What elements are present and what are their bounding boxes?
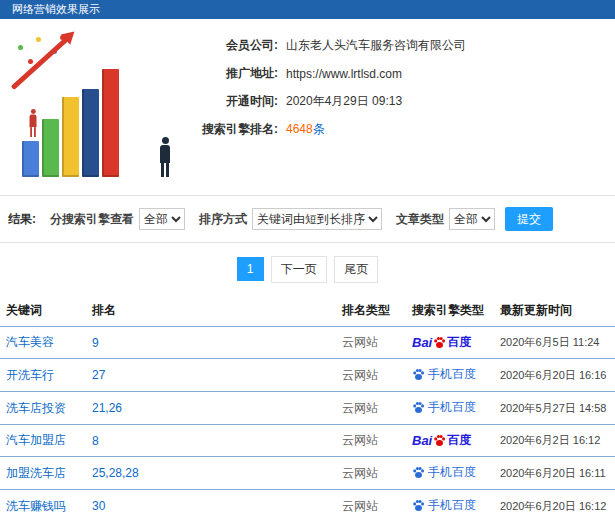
baidu-logo: Bai 百度 (412, 334, 471, 351)
table-header-row: 关键词 排名 排名类型 搜索引擎类型 最新更新时间 (0, 295, 615, 327)
table-row: 开洗车行 27 云网站 手机百度 2020年6月20日 16:16 (0, 359, 615, 392)
promo-url-label: 推广地址: (178, 65, 286, 82)
mobile-baidu-paw-icon (412, 499, 425, 512)
page-title: 网络营销效果展示 (12, 3, 100, 15)
rank-value: 9 (86, 327, 336, 359)
mobile-baidu-paw-icon (412, 466, 425, 479)
table-row: 洗车店投资 21,26 云网站 手机百度 2020年5月27日 14:58 (0, 392, 615, 425)
engine-cell: 手机百度 (406, 392, 494, 425)
mobile-baidu-logo: 手机百度 (412, 366, 476, 383)
table-row: 洗车赚钱吗 30 云网站 手机百度 2020年6月20日 16:12 (0, 490, 615, 520)
engine-filter-label: 分搜索引擎查看 (50, 211, 134, 228)
rank-type: 云网站 (336, 327, 406, 359)
promo-url-row: 推广地址: https://www.lrtlsd.com (178, 65, 466, 82)
page-last-button[interactable]: 尾页 (334, 256, 378, 283)
sort-filter-select[interactable]: 关键词由短到长排序 (252, 208, 382, 230)
person-figure-icon (158, 137, 172, 177)
header-rank-type: 排名类型 (336, 295, 406, 327)
pagination: 1 下一页 尾页 (0, 243, 615, 295)
illustration-bar (62, 97, 79, 177)
table-row: 汽车加盟店 8 云网站 Bai 百度 2020年6月2日 16:12 (0, 425, 615, 457)
engine-filter-select[interactable]: 全部 (139, 208, 185, 230)
keyword-link[interactable]: 汽车美容 (6, 335, 54, 349)
engine-cell: 手机百度 (406, 490, 494, 520)
updated-time: 2020年6月2日 16:12 (494, 425, 615, 457)
rank-value: 21,26 (86, 392, 336, 425)
engine-rank-row: 搜索引擎排名: 4648条 (178, 121, 466, 138)
mobile-baidu-logo: 手机百度 (412, 399, 476, 416)
ranking-table: 关键词 排名 排名类型 搜索引擎类型 最新更新时间 汽车美容 9 云网站 Bai… (0, 295, 615, 520)
header-keyword: 关键词 (0, 295, 86, 327)
engine-rank-unit: 条 (313, 122, 325, 136)
mobile-baidu-paw-icon (412, 401, 425, 414)
engine-cell: Bai 百度 (406, 425, 494, 457)
header-rank: 排名 (86, 295, 336, 327)
scatter-dot-icon (28, 59, 33, 64)
page-current[interactable]: 1 (237, 257, 264, 281)
keyword-link[interactable]: 洗车店投资 (6, 401, 66, 415)
rank-value: 27 (86, 359, 336, 392)
marketing-chart-illustration (8, 29, 178, 181)
header-engine-type: 搜索引擎类型 (406, 295, 494, 327)
baidu-logo: Bai 百度 (412, 432, 471, 449)
keyword-link[interactable]: 加盟洗车店 (6, 466, 66, 480)
scatter-dot-icon (18, 45, 23, 50)
result-label: 结果: (8, 211, 36, 228)
mobile-baidu-logo: 手机百度 (412, 497, 476, 514)
keyword-link[interactable]: 汽车加盟店 (6, 433, 66, 447)
open-time-label: 开通时间: (178, 93, 286, 110)
rank-type: 云网站 (336, 457, 406, 490)
rank-type: 云网站 (336, 392, 406, 425)
mobile-baidu-paw-icon (412, 368, 425, 381)
rank-type: 云网站 (336, 490, 406, 520)
person-figure-icon (28, 109, 38, 137)
member-info-form: 会员公司: 山东老人头汽车服务咨询有限公司 推广地址: https://www.… (178, 29, 466, 181)
table-row: 汽车美容 9 云网站 Bai 百度 2020年6月5日 11:24 (0, 327, 615, 359)
updated-time: 2020年5月27日 14:58 (494, 392, 615, 425)
keyword-link[interactable]: 洗车赚钱吗 (6, 499, 66, 513)
member-info-section: 会员公司: 山东老人头汽车服务咨询有限公司 推广地址: https://www.… (0, 19, 615, 195)
engine-rank-label: 搜索引擎排名: (178, 121, 286, 138)
scatter-dot-icon (36, 37, 41, 42)
updated-time: 2020年6月5日 11:24 (494, 327, 615, 359)
table-row: 加盟洗车店 25,28,28 云网站 手机百度 2020年6月20日 16:11 (0, 457, 615, 490)
keyword-link[interactable]: 开洗车行 (6, 368, 54, 382)
rank-value: 25,28,28 (86, 457, 336, 490)
member-company-label: 会员公司: (178, 37, 286, 54)
rank-type: 云网站 (336, 359, 406, 392)
type-filter-select[interactable]: 全部 (449, 208, 495, 230)
baidu-paw-icon (433, 434, 446, 447)
updated-time: 2020年6月20日 16:11 (494, 457, 615, 490)
type-filter-label: 文章类型 (396, 211, 444, 228)
promo-url-link[interactable]: https://www.lrtlsd.com (286, 67, 402, 81)
illustration-bar (82, 89, 99, 177)
engine-rank-count: 4648 (286, 122, 313, 136)
engine-cell: 手机百度 (406, 359, 494, 392)
open-time-row: 开通时间: 2020年4月29日 09:13 (178, 93, 466, 110)
engine-cell: 手机百度 (406, 457, 494, 490)
submit-button[interactable]: 提交 (505, 207, 553, 231)
sort-filter-label: 排序方式 (199, 211, 247, 228)
header-updated: 最新更新时间 (494, 295, 615, 327)
rank-type: 云网站 (336, 425, 406, 457)
filter-bar: 结果: 分搜索引擎查看 全部 排序方式 关键词由短到长排序 文章类型 全部 提交 (0, 195, 615, 243)
mobile-baidu-logo: 手机百度 (412, 464, 476, 481)
engine-cell: Bai 百度 (406, 327, 494, 359)
rank-value: 30 (86, 490, 336, 520)
rank-value: 8 (86, 425, 336, 457)
baidu-paw-icon (433, 336, 446, 349)
illustration-bar (22, 141, 39, 177)
page-header: 网络营销效果展示 (0, 0, 615, 19)
updated-time: 2020年6月20日 16:12 (494, 490, 615, 520)
open-time-value: 2020年4月29日 09:13 (286, 93, 402, 110)
member-company-row: 会员公司: 山东老人头汽车服务咨询有限公司 (178, 37, 466, 54)
member-company-link[interactable]: 山东老人头汽车服务咨询有限公司 (286, 37, 466, 54)
updated-time: 2020年6月20日 16:16 (494, 359, 615, 392)
page-next-button[interactable]: 下一页 (271, 256, 327, 283)
illustration-bar (102, 69, 119, 177)
illustration-bar (42, 119, 59, 177)
